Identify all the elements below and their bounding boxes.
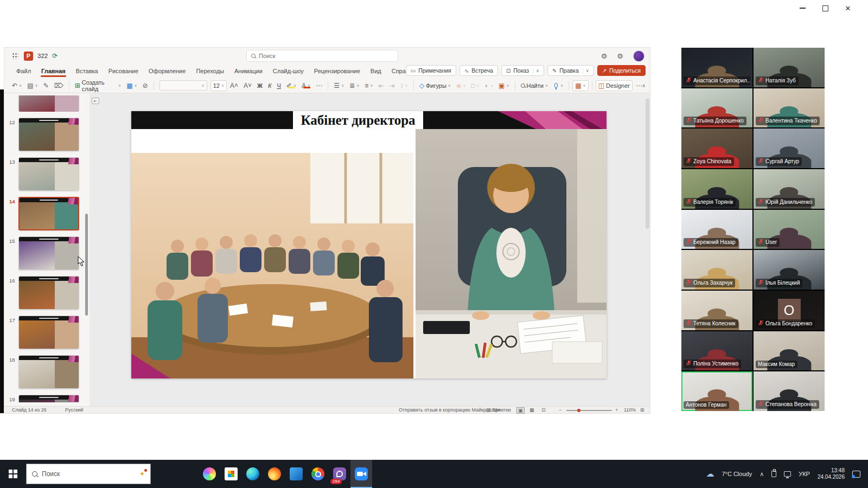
grid-view-button[interactable]: ▦ [529,407,534,413]
participant-tile[interactable]: Ілья Білецкий [754,250,825,290]
taskbar-search-input[interactable]: Поиск ✦ [26,464,151,484]
tab-Рецензирование[interactable]: Рецензирование [310,66,365,77]
participant-tile[interactable]: Валентина Ткаченко [754,88,825,128]
Правка-button[interactable]: ✎Правка∨ [547,65,594,76]
tab-Вставка[interactable]: Вставка [72,66,103,77]
collapse-pane-icon[interactable]: ⇤ [92,98,99,104]
display-icon[interactable] [784,471,791,477]
viber-app-button[interactable]: 284 [329,460,350,488]
participant-tile[interactable]: User [754,210,825,249]
font-size-button[interactable]: 12∨ [210,80,227,91]
slideshow-view-button[interactable]: ⊡ [541,407,546,413]
find-button[interactable]: Найти∨ [519,81,551,91]
file-explorer-app-button[interactable] [177,460,199,488]
Поделиться-button[interactable]: ↗Поделиться [597,65,646,76]
bold-button[interactable]: Ж [255,81,265,91]
participant-tile[interactable]: Бережний Назар [681,210,752,249]
participant-tile[interactable]: Тетяна Колесник [681,291,752,330]
increase-indent-button[interactable]: ⇥ [387,81,397,91]
decrease-indent-button[interactable]: ⇤ [376,81,386,91]
zoom-out-button[interactable]: − [559,407,561,413]
bullets-button[interactable]: ☰∨ [331,81,346,91]
zoom-in-button[interactable]: + [615,407,618,413]
thumbnail-scrollbar[interactable] [85,214,88,316]
shape-fill-button[interactable]: ◆∨ [454,81,468,91]
slide[interactable]: Кабінет директора [131,111,607,378]
language-indicator[interactable]: УКР [799,471,810,477]
participant-tile[interactable]: Татьяна Дорошенко [681,88,752,128]
italic-button[interactable]: К [266,81,273,91]
zoom-slider-thumb[interactable] [577,409,580,412]
slide-thumbnail[interactable] [18,276,79,310]
text-highlight-button[interactable]: ✐∨ [284,81,298,91]
edge-app-button[interactable] [242,460,264,488]
participant-tile[interactable]: Валерія Торянік [681,169,752,209]
participant-tile[interactable]: Сургай Артур [754,129,825,168]
language-status[interactable]: Русский [65,407,83,413]
dictate-button[interactable]: ∨ [551,81,565,89]
convert-to-table-button[interactable]: ▦∨ [572,80,588,91]
search-input[interactable]: Поиск [246,50,398,62]
gear-icon[interactable]: ⚙ [617,52,623,60]
start-button[interactable] [0,460,26,488]
new-slide-button[interactable]: ⊞Создать слайд∨ [73,78,123,94]
slide-thumbnail[interactable] [18,316,79,349]
hide-slide-button[interactable]: ⊘ [141,81,150,91]
undo-button[interactable]: ↶∨ [10,81,24,91]
slide-thumbnail[interactable] [18,236,79,270]
participant-tile[interactable]: Степанова Вероніка [754,371,825,411]
format-painter-button[interactable]: ✎ [41,81,51,91]
more-font-options-button[interactable]: ⋯ [314,81,324,91]
firefox-app-button[interactable] [264,460,285,488]
slide-position[interactable]: Слайд 14 из 26 [12,407,47,413]
chevron-down-icon[interactable]: ∨ [583,68,589,73]
participant-tile[interactable]: Zoya Chinovata [681,129,752,168]
store-app-button[interactable] [220,460,242,488]
zoom-app-button[interactable] [350,460,372,488]
slide-thumbnail[interactable] [18,157,79,191]
mail-app-button[interactable] [285,460,307,488]
underline-button[interactable]: Ч [275,81,283,91]
restore-button[interactable] [820,3,830,13]
numbering-button[interactable]: ≣∨ [347,81,361,91]
participant-tile[interactable]: Антонов Герман [681,371,752,411]
Встреча-button[interactable]: ∿Встреча [459,65,498,76]
tab-Главная[interactable]: Главная [37,66,70,77]
tab-Оформление[interactable]: Оформление [144,66,190,77]
chrome-app-button[interactable] [307,460,329,488]
canvas-scrollbar[interactable] [646,99,649,229]
chevron-down-icon[interactable]: ∨ [533,68,539,73]
tab-Переходы[interactable]: Переходы [192,66,228,77]
participant-tile[interactable]: Наталія Зуб [754,48,825,87]
grow-font-button[interactable]: A˄ [228,81,240,91]
zoom-level[interactable]: 110% [624,407,636,413]
zoom-slider[interactable] [566,410,612,411]
copilot-app-button[interactable] [199,460,220,488]
clock[interactable]: 13:48 24.04.2026 [818,467,845,480]
shapes-button[interactable]: ◇Фигуры∨ [417,81,453,91]
Показ-button[interactable]: ⊡Показ∨ [501,65,544,76]
notes-button[interactable]: ▤ Заметки [486,407,510,413]
participant-tile[interactable]: Анастасія Серпокрил... [681,48,752,87]
designer-button[interactable]: ◫Designer [596,80,633,91]
participant-tile[interactable]: Юрій Данильченко [754,169,825,209]
document-title[interactable]: 322 [37,53,48,59]
fit-to-window-button[interactable]: ⊞ [640,407,644,413]
participant-tile[interactable]: Ольга Захарчук [681,250,752,290]
task-view-app-button[interactable] [155,460,177,488]
slide-thumbnail[interactable] [18,355,79,389]
close-icon[interactable]: ✕ [843,3,853,13]
Примечания-button[interactable]: ▭Примечания [406,65,456,76]
weather-text[interactable]: 7°C Cloudy [722,471,752,477]
slide-thumbnail[interactable] [18,197,79,230]
font-name-combobox[interactable]: ∨ [159,80,207,91]
line-spacing-button[interactable]: ↕∨ [398,81,410,91]
account-avatar[interactable] [633,50,644,62]
gear-icon[interactable]: ⚙ [601,52,608,60]
tab-Файл[interactable]: Файл [12,66,35,77]
app-launcher-icon[interactable] [12,53,18,59]
slide-thumbnail[interactable] [18,118,79,151]
slide-thumbnail[interactable] [18,395,79,402]
notification-center-icon[interactable] [852,471,860,478]
participant-tile[interactable]: Поліна Устименко [681,331,752,371]
